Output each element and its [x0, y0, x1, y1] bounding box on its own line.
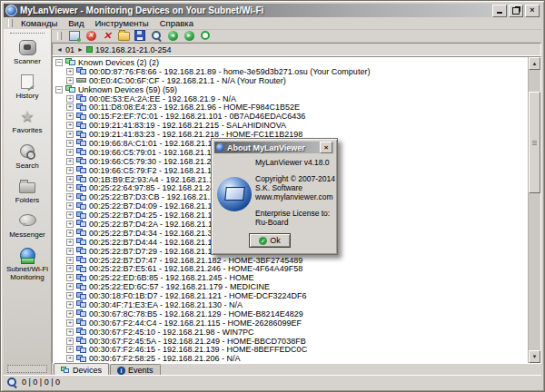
- menu-item-2[interactable]: Инструменты: [89, 18, 154, 28]
- sidebar-item-search[interactable]: Search: [4, 142, 51, 170]
- scroll-down-button[interactable]: ▼: [529, 350, 540, 363]
- expand-toggle[interactable]: +: [66, 248, 74, 255]
- tree-device-row[interactable]: +00:11:D8:08:E4:23 - 192.168.21.96 - HOM…: [53, 103, 528, 112]
- title-bar[interactable]: MyLanViewer - Monitoring Devices on Your…: [4, 4, 541, 17]
- expand-toggle[interactable]: +: [66, 202, 74, 210]
- expand-toggle[interactable]: +: [66, 292, 74, 299]
- expand-toggle[interactable]: +: [66, 95, 74, 103]
- expand-toggle[interactable]: +: [66, 319, 74, 327]
- back-icon[interactable]: ◄: [166, 30, 179, 41]
- tree-device-row[interactable]: +00:25:22:B7:D7:47 - 192.168.21.182 - HO…: [53, 256, 528, 265]
- close-button[interactable]: ×: [525, 5, 540, 17]
- forward-icon[interactable]: ►: [183, 30, 195, 41]
- address-bar[interactable]: ◄ 01 ► 192.168.21-21.0-254: [52, 43, 541, 56]
- tree-device-row[interactable]: +00:30:67:F2:44:C4 - 192.168.21.115 - HO…: [53, 318, 528, 328]
- about-dialog-titlebar[interactable]: About MyLanViewer ×: [214, 142, 334, 153]
- delete-icon[interactable]: ✕: [101, 30, 114, 41]
- subnet-prev-arrow[interactable]: ◄: [56, 46, 63, 53]
- expand-toggle[interactable]: +: [66, 184, 74, 191]
- sidebar-item-subnet-wi-fi-monitoring[interactable]: Subnet/Wi-Fi Monitoring: [4, 246, 51, 281]
- device-label: 00:30:4F:71:E3:EA - 192.168.21.130 - N/A: [89, 300, 243, 309]
- tree-device-row[interactable]: +00:30:18:F0:1B:D7 - 192.168.21.121 - HO…: [53, 291, 528, 300]
- sidebar-grip[interactable]: [10, 33, 45, 34]
- sidebar-item-folders[interactable]: Folders: [4, 177, 51, 204]
- expand-toggle[interactable]: +: [66, 283, 74, 290]
- ok-button[interactable]: ✓ Ok: [249, 233, 291, 248]
- expand-toggle[interactable]: +: [66, 310, 74, 318]
- tree-device-row[interactable]: +00:25:22:ED:6C:57 - 192.168.21.179 - ME…: [53, 282, 528, 291]
- expand-toggle[interactable]: +: [66, 149, 74, 156]
- menu-item-3[interactable]: Справка: [154, 18, 199, 28]
- expand-toggle[interactable]: +: [66, 274, 74, 281]
- sidebar-item-favorites[interactable]: ★Favorites: [4, 107, 51, 134]
- toolbar-grip[interactable]: [57, 32, 62, 40]
- expand-toggle[interactable]: +: [66, 355, 74, 362]
- sidebar-item-history[interactable]: History: [4, 73, 51, 100]
- expand-toggle[interactable]: +: [66, 211, 74, 219]
- stop-icon[interactable]: ✕: [84, 30, 97, 41]
- tree-device-row[interactable]: +00:15:F2:EF:7C:01 - 192.168.21.101 - 0B…: [53, 112, 528, 121]
- folders-icon: [17, 177, 37, 195]
- tree-device-row[interactable]: +00:30:67:F2:45:10 - 192.168.21.98 - WIN…: [53, 328, 528, 337]
- expand-toggle[interactable]: +: [66, 113, 74, 120]
- tree-group-row[interactable]: −Known Devices (2) (2): [53, 58, 528, 67]
- restore-button[interactable]: [509, 5, 523, 17]
- tab-devices[interactable]: Devices: [54, 363, 109, 376]
- expand-toggle[interactable]: +: [66, 176, 74, 183]
- scrollbar-track[interactable]: [529, 70, 540, 350]
- tree-device-row[interactable]: +00:30:4F:71:E3:EA - 192.168.21.130 - N/…: [53, 300, 528, 309]
- expand-toggle[interactable]: +: [66, 328, 74, 336]
- expand-toggle[interactable]: +: [66, 301, 74, 309]
- tree-device-row[interactable]: +00:30:67:8C:78:B5 - 192.168.21.129 - HO…: [53, 309, 528, 318]
- expand-toggle[interactable]: +: [66, 103, 74, 111]
- expand-toggle[interactable]: −: [55, 86, 63, 93]
- vertical-scrollbar[interactable]: ▲ ▼: [528, 57, 540, 363]
- menu-item-1[interactable]: Вид: [63, 18, 89, 28]
- menu-grip[interactable]: [8, 19, 13, 27]
- tree-device-row[interactable]: +00:25:22:B7:E5:61 - 192.168.21.246 - HO…: [53, 264, 528, 273]
- tree-group-row[interactable]: −Unknown Devices (59) (59): [53, 85, 528, 94]
- expand-toggle[interactable]: +: [66, 77, 74, 84]
- refresh-icon[interactable]: [199, 30, 212, 41]
- expand-toggle[interactable]: +: [66, 239, 74, 246]
- expand-toggle[interactable]: −: [55, 59, 63, 66]
- expand-toggle[interactable]: +: [66, 167, 74, 174]
- device-label: 00:30:67:F2:44:C4 - 192.168.21.115 - HOM…: [89, 318, 302, 328]
- tree-device-row[interactable]: +00:25:22:ED:6B:85 - 192.168.21.245 - HO…: [53, 273, 528, 282]
- expand-toggle[interactable]: +: [66, 68, 74, 75]
- sidebar-item-scanner[interactable]: Scanner: [4, 38, 51, 65]
- expand-toggle[interactable]: +: [66, 257, 74, 264]
- about-copyright: Copyright © 2007-2014: [255, 174, 335, 183]
- expand-toggle[interactable]: +: [66, 140, 74, 147]
- tree-device-row[interactable]: +00:30:67:F2:58:25 - 192.168.21.206 - N/…: [53, 354, 528, 363]
- tree-device-row[interactable]: +00:0E:53:EA:2A:EE - 192.168.21.9 - N/A: [53, 94, 528, 103]
- minimize-button[interactable]: [492, 5, 507, 17]
- status-bar: 0 | 0 | 0 | 0: [4, 375, 541, 388]
- expand-toggle[interactable]: +: [66, 122, 74, 129]
- open-folder-icon[interactable]: [117, 30, 130, 41]
- expand-toggle[interactable]: +: [66, 131, 74, 138]
- find-icon[interactable]: [150, 30, 163, 41]
- tree-device-row[interactable]: +00:30:67:F2:45:5A - 192.168.21.249 - HO…: [53, 337, 528, 346]
- expand-toggle[interactable]: +: [66, 265, 74, 272]
- scrollbar-thumb[interactable]: [529, 92, 540, 193]
- tree-device-row[interactable]: +00:E0:4C:00:6F:CF - 192.168.21.1 - N/A …: [53, 76, 528, 85]
- tree-device-row[interactable]: +00:19:21:41:83:19 - 192.168.21.215 - SA…: [53, 121, 528, 130]
- expand-toggle[interactable]: +: [66, 230, 74, 237]
- about-website[interactable]: www.mylanviewer.com: [255, 192, 335, 201]
- scan-ip-icon[interactable]: [68, 30, 81, 41]
- expand-toggle[interactable]: +: [66, 220, 74, 228]
- scroll-up-button[interactable]: ▲: [529, 57, 540, 70]
- expand-toggle[interactable]: +: [66, 158, 74, 165]
- about-close-button[interactable]: ×: [320, 142, 332, 153]
- tree-device-row[interactable]: +00:30:67:F2:46:15 - 192.168.21.139 - HO…: [53, 346, 528, 355]
- menu-item-0[interactable]: Команды: [15, 18, 63, 28]
- subnet-next-arrow[interactable]: ►: [77, 46, 84, 53]
- expand-toggle[interactable]: +: [66, 193, 74, 201]
- expand-toggle[interactable]: +: [66, 346, 74, 353]
- tree-device-row[interactable]: +00:0D:87:76:F8:66 - 192.168.21.89 - hom…: [53, 67, 528, 76]
- sidebar-collapsed-panel[interactable]: [7, 365, 47, 373]
- expand-toggle[interactable]: +: [66, 338, 74, 345]
- save-icon[interactable]: [134, 30, 146, 41]
- sidebar-item-messenger[interactable]: Messenger: [4, 211, 51, 239]
